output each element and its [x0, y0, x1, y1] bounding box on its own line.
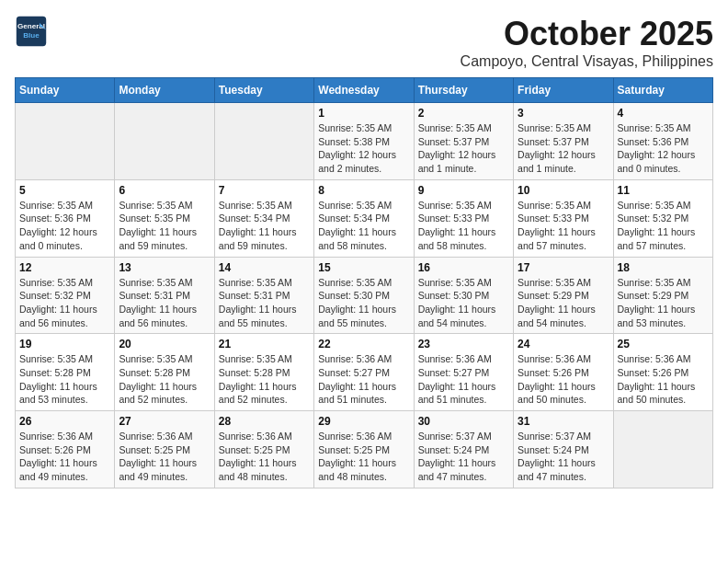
calendar-cell: 3 Sunrise: 5:35 AMSunset: 5:37 PMDayligh… [514, 103, 613, 180]
day-number: 29 [318, 415, 409, 428]
cell-info: Sunrise: 5:35 AMSunset: 5:34 PMDaylight:… [318, 199, 409, 253]
day-number: 31 [518, 415, 609, 428]
day-number: 7 [219, 184, 310, 197]
location-title: Campoyo, Central Visayas, Philippines [461, 53, 713, 70]
calendar-cell: 26 Sunrise: 5:36 AMSunset: 5:26 PMDaylig… [16, 411, 115, 488]
month-title: October 2025 [461, 15, 713, 53]
day-number: 12 [19, 261, 110, 274]
calendar-cell [16, 103, 115, 180]
cell-info: Sunrise: 5:37 AMSunset: 5:24 PMDaylight:… [518, 430, 609, 484]
calendar-week-row: 12 Sunrise: 5:35 AMSunset: 5:32 PMDaylig… [16, 257, 713, 334]
cell-info: Sunrise: 5:35 AMSunset: 5:29 PMDaylight:… [518, 276, 609, 330]
calendar-cell [115, 103, 214, 180]
day-number: 16 [418, 261, 509, 274]
cell-info: Sunrise: 5:36 AMSunset: 5:26 PMDaylight:… [518, 352, 609, 407]
calendar-cell: 21 Sunrise: 5:35 AMSunset: 5:28 PMDaylig… [214, 334, 313, 411]
cell-info: Sunrise: 5:36 AMSunset: 5:25 PMDaylight:… [219, 430, 310, 484]
calendar-cell: 11 Sunrise: 5:35 AMSunset: 5:32 PMDaylig… [613, 179, 712, 257]
cell-info: Sunrise: 5:35 AMSunset: 5:30 PMDaylight:… [318, 276, 409, 330]
cell-info: Sunrise: 5:36 AMSunset: 5:25 PMDaylight:… [318, 430, 409, 484]
day-number: 9 [418, 184, 509, 197]
cell-info: Sunrise: 5:35 AMSunset: 5:38 PMDaylight:… [318, 121, 409, 176]
day-number: 24 [518, 338, 609, 350]
day-number: 23 [418, 338, 509, 350]
calendar-week-row: 26 Sunrise: 5:36 AMSunset: 5:26 PMDaylig… [16, 411, 713, 488]
cell-info: Sunrise: 5:35 AMSunset: 5:37 PMDaylight:… [418, 121, 509, 176]
logo-icon: General Blue [15, 15, 48, 48]
day-number: 17 [518, 261, 609, 274]
calendar-cell: 5 Sunrise: 5:35 AMSunset: 5:36 PMDayligh… [16, 179, 115, 257]
calendar-cell: 19 Sunrise: 5:35 AMSunset: 5:28 PMDaylig… [16, 334, 115, 411]
cell-info: Sunrise: 5:36 AMSunset: 5:27 PMDaylight:… [418, 352, 509, 407]
day-number: 20 [119, 338, 210, 350]
cell-info: Sunrise: 5:35 AMSunset: 5:30 PMDaylight:… [418, 276, 509, 330]
cell-info: Sunrise: 5:36 AMSunset: 5:26 PMDaylight:… [618, 352, 709, 407]
title-area: October 2025 Campoyo, Central Visayas, P… [461, 15, 713, 70]
calendar-cell: 7 Sunrise: 5:35 AMSunset: 5:34 PMDayligh… [214, 179, 313, 257]
calendar-cell: 8 Sunrise: 5:35 AMSunset: 5:34 PMDayligh… [314, 179, 414, 257]
calendar-cell: 14 Sunrise: 5:35 AMSunset: 5:31 PMDaylig… [214, 257, 313, 334]
calendar-table: SundayMondayTuesdayWednesdayThursdayFrid… [15, 77, 713, 488]
cell-info: Sunrise: 5:37 AMSunset: 5:24 PMDaylight:… [418, 430, 509, 484]
day-number: 25 [618, 338, 709, 350]
day-number: 22 [318, 338, 409, 350]
weekday-header: Wednesday [314, 78, 414, 103]
logo: General Blue [15, 15, 48, 48]
day-number: 21 [219, 338, 310, 350]
calendar-week-row: 5 Sunrise: 5:35 AMSunset: 5:36 PMDayligh… [16, 179, 713, 257]
svg-text:Blue: Blue [23, 31, 40, 40]
weekday-header-row: SundayMondayTuesdayWednesdayThursdayFrid… [16, 78, 713, 103]
calendar-cell: 25 Sunrise: 5:36 AMSunset: 5:26 PMDaylig… [613, 334, 712, 411]
calendar-cell [214, 103, 313, 180]
calendar-cell: 17 Sunrise: 5:35 AMSunset: 5:29 PMDaylig… [514, 257, 613, 334]
calendar-cell: 9 Sunrise: 5:35 AMSunset: 5:33 PMDayligh… [414, 179, 513, 257]
cell-info: Sunrise: 5:35 AMSunset: 5:37 PMDaylight:… [518, 121, 609, 176]
calendar-week-row: 1 Sunrise: 5:35 AMSunset: 5:38 PMDayligh… [16, 103, 713, 180]
day-number: 13 [119, 261, 210, 274]
day-number: 8 [318, 184, 409, 197]
weekday-header: Friday [514, 78, 613, 103]
weekday-header: Monday [115, 78, 214, 103]
cell-info: Sunrise: 5:35 AMSunset: 5:36 PMDaylight:… [618, 121, 709, 176]
calendar-week-row: 19 Sunrise: 5:35 AMSunset: 5:28 PMDaylig… [16, 334, 713, 411]
cell-info: Sunrise: 5:36 AMSunset: 5:25 PMDaylight:… [119, 430, 210, 484]
calendar-cell: 10 Sunrise: 5:35 AMSunset: 5:33 PMDaylig… [514, 179, 613, 257]
calendar-cell: 6 Sunrise: 5:35 AMSunset: 5:35 PMDayligh… [115, 179, 214, 257]
header: General Blue October 2025 Campoyo, Centr… [15, 15, 713, 70]
day-number: 26 [19, 415, 110, 428]
calendar-cell: 20 Sunrise: 5:35 AMSunset: 5:28 PMDaylig… [115, 334, 214, 411]
day-number: 3 [518, 107, 609, 120]
cell-info: Sunrise: 5:35 AMSunset: 5:34 PMDaylight:… [219, 199, 310, 253]
calendar-cell: 24 Sunrise: 5:36 AMSunset: 5:26 PMDaylig… [514, 334, 613, 411]
day-number: 2 [418, 107, 509, 120]
calendar-cell: 18 Sunrise: 5:35 AMSunset: 5:29 PMDaylig… [613, 257, 712, 334]
cell-info: Sunrise: 5:35 AMSunset: 5:36 PMDaylight:… [19, 199, 110, 253]
day-number: 11 [618, 184, 709, 197]
weekday-header: Tuesday [214, 78, 313, 103]
cell-info: Sunrise: 5:35 AMSunset: 5:32 PMDaylight:… [618, 199, 709, 253]
calendar-cell: 23 Sunrise: 5:36 AMSunset: 5:27 PMDaylig… [414, 334, 513, 411]
cell-info: Sunrise: 5:35 AMSunset: 5:29 PMDaylight:… [618, 276, 709, 330]
cell-info: Sunrise: 5:35 AMSunset: 5:28 PMDaylight:… [119, 352, 210, 407]
day-number: 30 [418, 415, 509, 428]
cell-info: Sunrise: 5:35 AMSunset: 5:28 PMDaylight:… [19, 352, 110, 407]
cell-info: Sunrise: 5:36 AMSunset: 5:26 PMDaylight:… [19, 430, 110, 484]
day-number: 19 [19, 338, 110, 350]
cell-info: Sunrise: 5:35 AMSunset: 5:32 PMDaylight:… [19, 276, 110, 330]
cell-info: Sunrise: 5:35 AMSunset: 5:33 PMDaylight:… [418, 199, 509, 253]
cell-info: Sunrise: 5:35 AMSunset: 5:31 PMDaylight:… [119, 276, 210, 330]
calendar-cell: 29 Sunrise: 5:36 AMSunset: 5:25 PMDaylig… [314, 411, 414, 488]
cell-info: Sunrise: 5:35 AMSunset: 5:28 PMDaylight:… [219, 352, 310, 407]
calendar-cell: 16 Sunrise: 5:35 AMSunset: 5:30 PMDaylig… [414, 257, 513, 334]
calendar-cell: 15 Sunrise: 5:35 AMSunset: 5:30 PMDaylig… [314, 257, 414, 334]
calendar-cell: 13 Sunrise: 5:35 AMSunset: 5:31 PMDaylig… [115, 257, 214, 334]
cell-info: Sunrise: 5:36 AMSunset: 5:27 PMDaylight:… [318, 352, 409, 407]
calendar-cell [613, 411, 712, 488]
weekday-header: Saturday [613, 78, 712, 103]
calendar-cell: 2 Sunrise: 5:35 AMSunset: 5:37 PMDayligh… [414, 103, 513, 180]
day-number: 28 [219, 415, 310, 428]
day-number: 10 [518, 184, 609, 197]
cell-info: Sunrise: 5:35 AMSunset: 5:31 PMDaylight:… [219, 276, 310, 330]
calendar-cell: 27 Sunrise: 5:36 AMSunset: 5:25 PMDaylig… [115, 411, 214, 488]
calendar-cell: 12 Sunrise: 5:35 AMSunset: 5:32 PMDaylig… [16, 257, 115, 334]
